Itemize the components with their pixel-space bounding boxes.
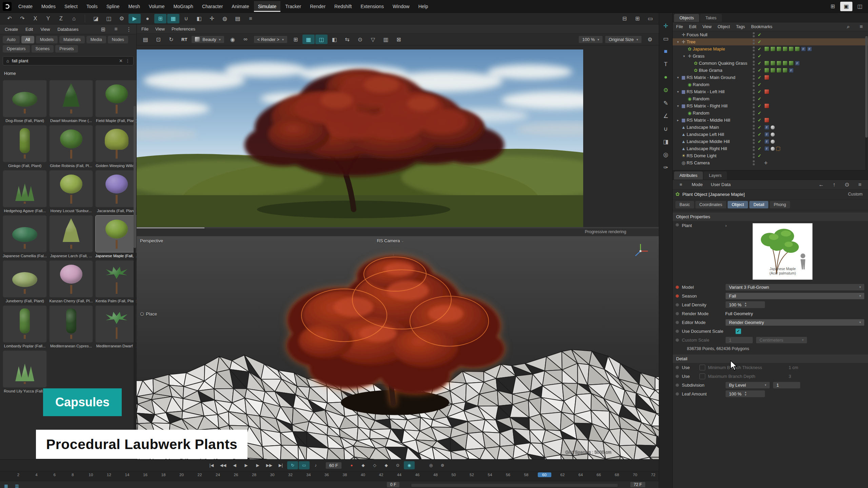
search-options-icon[interactable]: ⋮ [125,58,130,63]
filter-tab[interactable]: Auto [3,36,20,43]
camera-label[interactable]: RS Camera ⌄ [377,238,404,243]
timeline-tick[interactable]: 60 [538,472,551,477]
menu-item[interactable]: Modes [37,1,60,12]
asset-plant-card[interactable]: Dwarf Mountain Pine (... [49,80,93,123]
crop-icon[interactable]: ⊠ [393,35,405,44]
enabled-check-icon[interactable]: ✓ [756,32,763,37]
axis-y-button[interactable]: Y [42,14,54,23]
measure-tool-icon[interactable]: ∠ [660,111,672,121]
layer-toggle-dots[interactable] [751,32,756,37]
list-view-icon[interactable]: ≡ [110,24,122,34]
timeline-tick[interactable]: 72 [647,473,660,477]
material-chip[interactable] [783,46,788,52]
clear-search-icon[interactable]: ✕ [119,58,123,63]
anim-dot[interactable] [675,329,679,333]
section-object-properties[interactable]: Object Properties [673,212,868,221]
expander-icon[interactable]: ▾ [682,54,687,58]
menu-item[interactable]: Redshift [330,1,356,12]
sound-icon[interactable]: ♪ [310,461,321,469]
enabled-check-icon[interactable]: ✓ [756,75,763,80]
object-row[interactable]: ▲Landscape Middle Hill✓F [673,138,868,145]
timeline-tick[interactable]: 12 [102,473,116,477]
object-row[interactable]: ▲Landscape Main✓F [673,124,868,131]
cube-tool-icon[interactable]: ■ [660,47,672,56]
redshift-tag-icon[interactable] [764,118,769,123]
redshift-tag-icon[interactable] [764,89,769,94]
solo-icon[interactable]: ◎ [426,461,436,469]
material-chip[interactable] [764,68,769,73]
enabled-check-icon[interactable]: ✓ [756,132,763,137]
menu-item[interactable]: File [673,24,686,30]
object-row[interactable]: ✿Common Quaking Grass✓F [673,60,868,67]
material-chip[interactable] [770,68,775,73]
anim-dot[interactable] [675,312,679,316]
custom-scale-field[interactable]: 1 [725,337,753,344]
material-chip[interactable] [795,46,800,52]
use-document-scale-checkbox[interactable]: ✓ [735,328,741,334]
axis-gizmo[interactable] [631,242,650,261]
timeline-mini-icon[interactable]: ▦ [1,483,11,488]
target-tag-icon[interactable]: ✛ [764,161,768,165]
panel-tab[interactable]: Layers [704,171,727,180]
lock-view-icon[interactable]: ⊡ [152,35,164,44]
selection-tag-icon[interactable] [776,147,780,151]
prev-key-icon[interactable]: ◀◀ [218,461,229,469]
quad-view-icon[interactable]: ▦ [302,35,315,44]
redshift-tag-icon[interactable] [764,75,769,80]
material-chip[interactable] [783,61,788,66]
asset-plant-card[interactable]: Mediterranean Cypres... [49,305,93,348]
editor-mode-select[interactable]: Render Geometry▾ [725,319,865,326]
asset-plant-card[interactable]: Juneberry (Fall, Plant) [3,260,47,303]
om-filter-icon[interactable]: ≡ [855,22,867,32]
layer-toggle-dots[interactable] [751,160,756,165]
filter-tab[interactable]: Presets [55,45,78,53]
app-logo-icon[interactable] [3,2,12,11]
timeline-tick[interactable]: 32 [284,473,297,477]
layer-toggle-dots[interactable] [751,39,756,44]
back-icon[interactable]: ← [815,180,827,189]
filter-tab[interactable]: Models [36,36,58,43]
prev-frame-icon[interactable]: ◀ [229,461,240,469]
texture-tag-icon[interactable] [770,139,775,144]
asset-plant-card[interactable]: Globe Robinia (Fall, Pl... [49,125,93,168]
material-chip[interactable] [770,61,775,66]
timeline-tick[interactable]: 34 [302,473,315,477]
grid-icon[interactable]: ⊞ [290,35,302,44]
object-row[interactable]: ◉Random✓ [673,95,868,102]
thumbnail-view-icon[interactable]: ⊞ [97,24,109,34]
timeline-tick[interactable]: 54 [483,473,497,477]
max-branch-value[interactable]: 3 [789,374,791,379]
isolate-icon[interactable]: ⊙ [354,35,366,44]
subdivision-level-field[interactable]: 1 [773,382,801,389]
workplane-icon[interactable]: ▦ [167,14,179,23]
render-view-icon[interactable]: ◪ [90,14,102,23]
layout-single-icon[interactable]: ▭ [644,14,656,23]
asset-plant-card[interactable]: Mediterranean Dwarf ... [95,305,136,348]
timeline-tick[interactable]: 14 [120,473,134,477]
live-render-icon[interactable]: ▶ [129,14,141,23]
anim-dot[interactable] [675,321,679,324]
texture-tag-icon[interactable] [770,132,775,137]
interface-icon[interactable]: ◫ [854,2,866,11]
layout-left-icon[interactable]: ⊟ [618,14,631,23]
render-mode-value[interactable]: Full Geometry [725,311,753,316]
next-frame-icon[interactable]: ▶ [252,461,263,469]
object-row[interactable]: ▾▦RS Matrix - Left Hill✓ [673,88,868,95]
timeline-tick[interactable]: 38 [338,473,352,477]
zoom-select[interactable]: 100 %▾ [578,36,603,43]
enabled-check-icon[interactable]: ✓ [756,103,763,108]
autokey-icon[interactable]: ◉ [404,461,415,469]
timeline-tick[interactable]: 28 [248,473,261,477]
object-row[interactable]: ✛Focus Null✓ [673,31,868,38]
menu-item[interactable]: Databases [54,26,82,33]
phong-tag-icon[interactable]: F [789,68,794,73]
range-track[interactable] [411,483,618,487]
object-row[interactable]: ◉Random✓ [673,81,868,88]
text-tool-icon[interactable]: T [660,60,672,69]
anim-dot[interactable] [675,303,679,307]
timeline-tick[interactable]: 22 [193,473,206,477]
layer-toggle-dots[interactable] [751,46,756,52]
preview-range-icon[interactable]: ⊚ [437,461,448,469]
render-settings-gear-icon[interactable]: ⚙ [644,35,656,44]
axis-mod-icon[interactable]: ✛ [206,14,218,23]
